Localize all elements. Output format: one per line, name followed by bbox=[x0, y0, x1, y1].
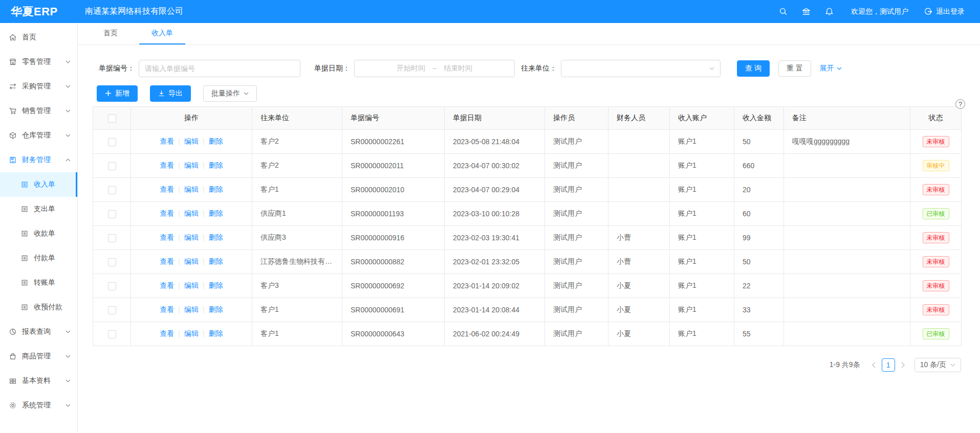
row-checkbox[interactable] bbox=[108, 258, 116, 266]
view-link[interactable]: 查看 bbox=[160, 329, 174, 337]
edit-link[interactable]: 编辑 bbox=[184, 161, 199, 169]
sidebar-item-home[interactable]: 首页 bbox=[0, 25, 77, 50]
view-link[interactable]: 查看 bbox=[160, 257, 174, 265]
cell-status: 未审核 bbox=[910, 298, 962, 322]
sidebar-item-expense-bill[interactable]: 支出单 bbox=[0, 197, 77, 221]
row-checkbox[interactable] bbox=[108, 210, 116, 218]
add-button[interactable]: 新增 bbox=[97, 85, 138, 102]
cell-status: 未审核 bbox=[910, 178, 962, 202]
op-separator: | bbox=[178, 257, 180, 265]
row-checkbox[interactable] bbox=[108, 306, 116, 314]
delete-link[interactable]: 删除 bbox=[209, 233, 223, 241]
sidebar-item-income-bill[interactable]: 收入单 bbox=[0, 172, 77, 197]
status-badge: 未审核 bbox=[923, 256, 949, 267]
sidebar-item-sales[interactable]: 销售管理 bbox=[0, 99, 77, 123]
row-checkbox[interactable] bbox=[108, 234, 116, 242]
warehouse-icon bbox=[9, 131, 17, 140]
view-link[interactable]: 查看 bbox=[160, 185, 174, 193]
sidebar-item-reports[interactable]: 报表查询 bbox=[0, 320, 77, 344]
prev-page-button[interactable] bbox=[867, 358, 880, 372]
export-button[interactable]: 导出 bbox=[150, 85, 191, 102]
cell-remark bbox=[784, 178, 910, 202]
edit-link[interactable]: 编辑 bbox=[184, 209, 199, 217]
next-page-button[interactable] bbox=[897, 358, 909, 372]
op-separator: | bbox=[203, 233, 205, 241]
view-link[interactable]: 查看 bbox=[160, 137, 174, 145]
cell-finance-staff: 小曹 bbox=[608, 226, 670, 250]
delete-link[interactable]: 删除 bbox=[209, 329, 223, 337]
row-checkbox[interactable] bbox=[108, 138, 116, 146]
cell-account: 账户1 bbox=[670, 202, 734, 226]
doc-icon bbox=[20, 230, 29, 238]
doc-icon bbox=[20, 180, 29, 189]
view-link[interactable]: 查看 bbox=[160, 209, 174, 217]
row-checkbox[interactable] bbox=[108, 282, 116, 290]
logout-button[interactable]: 退出登录 bbox=[924, 7, 965, 16]
goods-icon bbox=[9, 352, 17, 360]
cell-remark: 嘎嘎嘎ggggggggg bbox=[784, 130, 910, 154]
edit-link[interactable]: 编辑 bbox=[184, 329, 199, 337]
page-size-select[interactable]: 10 条/页 bbox=[914, 358, 961, 372]
tab-income-bill[interactable]: 收入单 bbox=[139, 23, 185, 44]
select-all-checkbox[interactable] bbox=[108, 115, 116, 123]
sidebar-item-retail[interactable]: 零售管理 bbox=[0, 50, 77, 74]
sidebar-item-receipt-bill[interactable]: 收款单 bbox=[0, 221, 77, 246]
edit-link[interactable]: 编辑 bbox=[184, 305, 199, 313]
edit-link[interactable]: 编辑 bbox=[184, 185, 199, 193]
help-icon[interactable]: ? bbox=[955, 99, 965, 109]
sidebar-item-finance[interactable]: 财务管理 bbox=[0, 148, 77, 172]
sidebar-menu: 首页零售管理采购管理销售管理仓库管理财务管理收入单支出单收款单付款单转账单收预付… bbox=[0, 25, 77, 418]
view-link[interactable]: 查看 bbox=[160, 233, 174, 241]
bell-icon[interactable] bbox=[825, 7, 834, 16]
sidebar-item-purchase[interactable]: 采购管理 bbox=[0, 74, 77, 99]
sidebar-item-prepayment[interactable]: 收预付款 bbox=[0, 295, 77, 320]
table-row: 查看|编辑|删除供应商1SR000000011932023-03-10 00:1… bbox=[93, 202, 962, 226]
sidebar-item-warehouse[interactable]: 仓库管理 bbox=[0, 123, 77, 148]
cell-checkbox bbox=[93, 298, 131, 322]
reset-button[interactable]: 重 置 bbox=[778, 60, 811, 77]
date-range-picker[interactable]: 开始时间 ~ 结束时间 bbox=[354, 60, 515, 77]
row-checkbox[interactable] bbox=[108, 186, 116, 194]
edit-link[interactable]: 编辑 bbox=[184, 233, 199, 241]
page-number[interactable]: 1 bbox=[882, 358, 895, 372]
bill-no-input[interactable] bbox=[139, 60, 300, 77]
tab-home[interactable]: 首页 bbox=[91, 23, 130, 44]
chevron-down-icon bbox=[66, 355, 71, 358]
view-link[interactable]: 查看 bbox=[160, 161, 174, 169]
delete-link[interactable]: 删除 bbox=[209, 161, 223, 169]
delete-link[interactable]: 删除 bbox=[209, 137, 223, 145]
edit-link[interactable]: 编辑 bbox=[184, 137, 199, 145]
edit-link[interactable]: 编辑 bbox=[184, 281, 199, 289]
batch-actions-button[interactable]: 批量操作 bbox=[203, 85, 257, 102]
view-link[interactable]: 查看 bbox=[160, 281, 174, 289]
delete-link[interactable]: 删除 bbox=[209, 305, 223, 313]
search-button[interactable]: 查 询 bbox=[737, 60, 770, 77]
page-size-value: 10 条/页 bbox=[920, 360, 946, 370]
sidebar-item-system[interactable]: 系统管理 bbox=[0, 393, 77, 418]
cell-date: 2021-06-02 00:24:49 bbox=[445, 322, 545, 346]
export-label: 导出 bbox=[168, 89, 183, 98]
tabbar: 首页 收入单 bbox=[78, 23, 980, 45]
sidebar-item-goods[interactable]: 商品管理 bbox=[0, 344, 77, 369]
delete-link[interactable]: 删除 bbox=[209, 209, 223, 217]
sidebar-item-label: 支出单 bbox=[34, 204, 55, 214]
cell-operations: 查看|编辑|删除 bbox=[131, 226, 252, 250]
delete-link[interactable]: 删除 bbox=[209, 185, 223, 193]
table-row: 查看|编辑|删除客户3SR000000006922023-01-14 20:09… bbox=[93, 274, 962, 298]
sidebar-item-payment-bill[interactable]: 付款单 bbox=[0, 246, 77, 270]
partner-select[interactable] bbox=[561, 60, 721, 77]
sidebar-item-basic-data[interactable]: 基本资料 bbox=[0, 369, 77, 393]
op-separator: | bbox=[178, 233, 180, 241]
expand-link[interactable]: 展开 bbox=[820, 64, 842, 73]
row-checkbox[interactable] bbox=[108, 330, 116, 338]
finance-icon bbox=[9, 156, 17, 164]
platform-bank-icon[interactable] bbox=[802, 7, 811, 16]
edit-link[interactable]: 编辑 bbox=[184, 257, 199, 265]
search-icon[interactable] bbox=[779, 7, 788, 16]
row-checkbox[interactable] bbox=[108, 162, 116, 170]
sidebar-item-transfer-bill[interactable]: 转账单 bbox=[0, 270, 77, 295]
delete-link[interactable]: 删除 bbox=[209, 281, 223, 289]
view-link[interactable]: 查看 bbox=[160, 305, 174, 313]
cell-operator: 测试用户 bbox=[545, 274, 608, 298]
delete-link[interactable]: 删除 bbox=[209, 257, 223, 265]
